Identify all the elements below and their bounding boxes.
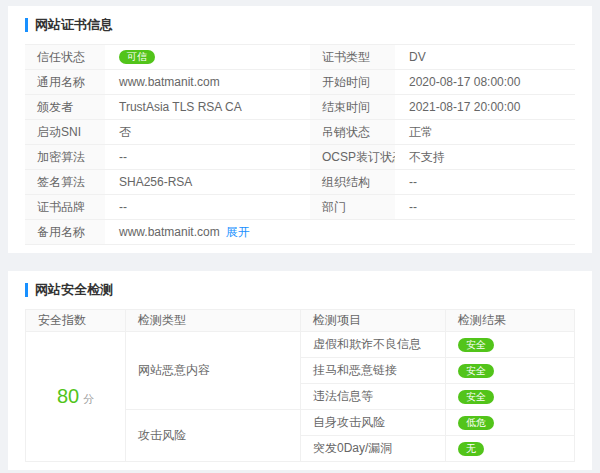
field-value: -- — [395, 170, 575, 195]
detect-result-cell: 安全 — [446, 384, 575, 410]
security-score: 80 — [57, 385, 79, 407]
field-label: 吊销状态 — [310, 120, 395, 145]
result-badge: 安全 — [458, 338, 494, 352]
field-label: 备用名称 — [25, 220, 105, 245]
field-label: OCSP装订状态 — [310, 145, 395, 170]
cert-row-encryption: 加密算法 -- OCSP装订状态 不支持 — [25, 145, 575, 170]
field-value: -- — [395, 195, 575, 220]
cert-row-brand: 证书品牌 -- 部门 -- — [25, 195, 575, 220]
empty-cell — [310, 220, 395, 245]
field-value: 否 — [105, 120, 310, 145]
trust-status-cell: 可信 — [105, 45, 310, 70]
security-section-title: 网站安全检测 — [35, 281, 113, 299]
column-header-security-index: 安全指数 — [26, 310, 126, 332]
detect-item: 突发0Day/漏洞 — [301, 436, 446, 462]
detect-result-cell: 无 — [446, 436, 575, 462]
field-label: 通用名称 — [25, 70, 105, 95]
certificate-section-title: 网站证书信息 — [35, 16, 113, 34]
field-label: 证书类型 — [310, 45, 395, 70]
cert-row-alt-name: 备用名称 www.batmanit.com展开 — [25, 220, 575, 245]
column-header-detect-type: 检测类型 — [126, 310, 301, 332]
field-value: -- — [105, 145, 310, 170]
field-value: 2020-08-17 08:00:00 — [395, 70, 575, 95]
cert-row-common-name: 通用名称 www.batmanit.com 开始时间 2020-08-17 08… — [25, 70, 575, 95]
empty-cell — [395, 220, 575, 245]
result-badge: 安全 — [458, 364, 494, 378]
security-table: 安全指数 检测类型 检测项目 检测结果 80分 网站恶意内容 虚假和欺诈不良信息… — [25, 309, 575, 462]
result-badge: 无 — [458, 442, 484, 456]
cert-row-sni: 启动SNI 否 吊销状态 正常 — [25, 120, 575, 145]
detect-result-cell: 安全 — [446, 332, 575, 358]
security-row: 80分 网站恶意内容 虚假和欺诈不良信息 安全 — [26, 332, 575, 358]
certificate-section-header: 网站证书信息 — [25, 16, 575, 34]
field-value: 不支持 — [395, 145, 575, 170]
certificate-table: 信任状态 可信 证书类型 DV 通用名称 www.batmanit.com 开始… — [25, 44, 575, 245]
detect-item: 挂马和恶意链接 — [301, 358, 446, 384]
cert-row-issuer: 颁发者 TrustAsia TLS RSA CA 结束时间 2021-08-17… — [25, 95, 575, 120]
section-marker-bar — [25, 18, 28, 32]
field-value: TrustAsia TLS RSA CA — [105, 95, 310, 120]
field-value: SHA256-RSA — [105, 170, 310, 195]
field-label: 信任状态 — [25, 45, 105, 70]
detect-result-cell: 低危 — [446, 410, 575, 436]
security-header-row: 安全指数 检测类型 检测项目 检测结果 — [26, 310, 575, 332]
field-label: 结束时间 — [310, 95, 395, 120]
field-label: 证书品牌 — [25, 195, 105, 220]
field-label: 加密算法 — [25, 145, 105, 170]
field-value: www.batmanit.com — [119, 225, 220, 239]
detect-item: 自身攻击风险 — [301, 410, 446, 436]
security-score-unit: 分 — [83, 393, 94, 405]
result-badge: 安全 — [458, 390, 494, 404]
alt-name-cell: www.batmanit.com展开 — [105, 220, 310, 245]
field-label: 启动SNI — [25, 120, 105, 145]
field-value: DV — [395, 45, 575, 70]
field-value: 2021-08-17 20:00:00 — [395, 95, 575, 120]
field-label: 组织结构 — [310, 170, 395, 195]
field-value: www.batmanit.com — [105, 70, 310, 95]
detect-type-attack-risk: 攻击风险 — [126, 410, 301, 462]
security-section-header: 网站安全检测 — [25, 281, 575, 299]
column-header-detect-item: 检测项目 — [301, 310, 446, 332]
certificate-card: 网站证书信息 信任状态 可信 证书类型 DV 通用名称 www.batmanit… — [8, 6, 592, 253]
detect-item: 虚假和欺诈不良信息 — [301, 332, 446, 358]
field-label: 开始时间 — [310, 70, 395, 95]
cert-row-signature: 签名算法 SHA256-RSA 组织结构 -- — [25, 170, 575, 195]
result-badge: 低危 — [458, 416, 494, 430]
section-marker-bar — [25, 283, 28, 297]
field-value: 正常 — [395, 120, 575, 145]
cert-row-trust-status: 信任状态 可信 证书类型 DV — [25, 45, 575, 70]
expand-link[interactable]: 展开 — [226, 225, 250, 239]
column-header-detect-result: 检测结果 — [446, 310, 575, 332]
trust-status-badge: 可信 — [119, 50, 155, 64]
field-label: 签名算法 — [25, 170, 105, 195]
detect-type-malicious-content: 网站恶意内容 — [126, 332, 301, 410]
security-card: 网站安全检测 安全指数 检测类型 检测项目 检测结果 80分 网站恶意内容 虚假… — [8, 271, 592, 470]
security-score-cell: 80分 — [26, 332, 126, 462]
detect-item: 违法信息等 — [301, 384, 446, 410]
field-label: 颁发者 — [25, 95, 105, 120]
field-value: -- — [105, 195, 310, 220]
field-label: 部门 — [310, 195, 395, 220]
detect-result-cell: 安全 — [446, 358, 575, 384]
